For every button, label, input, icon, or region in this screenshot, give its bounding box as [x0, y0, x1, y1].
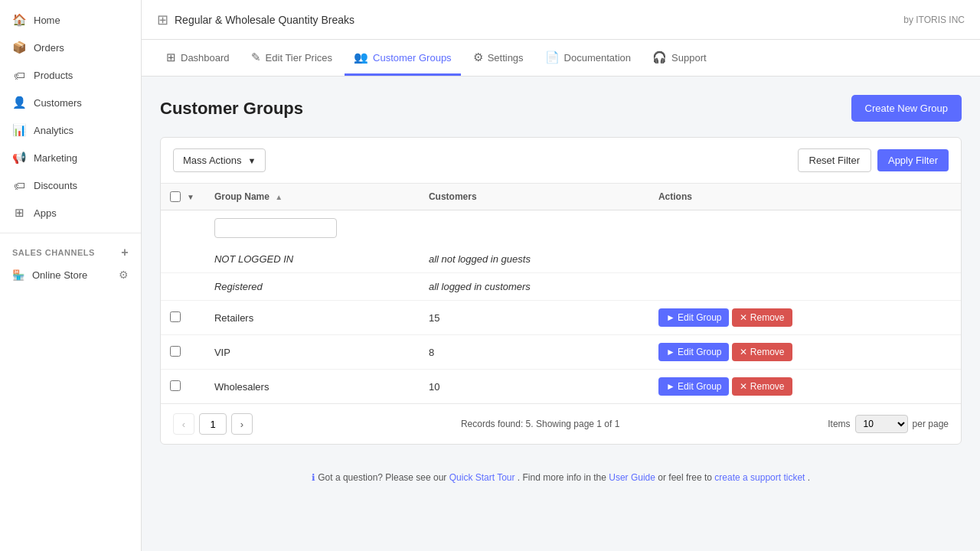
- row-group-name: VIP: [205, 335, 420, 370]
- sidebar-item-label: Products: [34, 70, 73, 81]
- tab-support-label: Support: [671, 52, 707, 64]
- customer-groups-tab-icon: 👥: [354, 51, 368, 64]
- remove-group-button[interactable]: ✕ Remove: [732, 308, 792, 327]
- tab-dashboard-label: Dashboard: [181, 52, 230, 64]
- edit-group-button[interactable]: ► Edit Group: [658, 308, 730, 327]
- marketing-icon: 📢: [12, 151, 26, 165]
- filter-row-checkbox-cell: [161, 210, 205, 246]
- sidebar-item-label: Discounts: [34, 180, 77, 191]
- row-customers: 10: [420, 370, 649, 404]
- products-icon: 🏷: [12, 68, 26, 82]
- sidebar-item-label: Marketing: [34, 152, 77, 164]
- tab-edit-tier-label: Edit Tier Prices: [266, 52, 332, 64]
- sidebar-item-label: Apps: [34, 207, 57, 219]
- th-actions: Actions: [649, 184, 961, 210]
- remove-group-button[interactable]: ✕ Remove: [732, 377, 792, 396]
- table-row: NOT LOGGED INall not logged in guests: [161, 246, 961, 273]
- sidebar-item-analytics[interactable]: 📊 Analytics: [0, 116, 141, 144]
- sidebar-item-products[interactable]: 🏷 Products: [0, 61, 141, 89]
- topbar: ⊞ Regular & Wholesale Quantity Breaks by…: [142, 0, 980, 40]
- settings-tab-icon: ⚙: [473, 51, 483, 64]
- sidebar-item-home[interactable]: 🏠 Home: [0, 6, 141, 34]
- app-logo-icon: ⊞: [157, 11, 168, 28]
- discounts-icon: 🏷: [12, 178, 26, 192]
- remove-group-button[interactable]: ✕ Remove: [732, 343, 792, 361]
- filter-left: Mass Actions ▼: [173, 148, 266, 172]
- online-store-label: Online Store: [32, 269, 87, 281]
- tab-support[interactable]: 🎧 Support: [643, 40, 716, 76]
- row-customers: all not logged in guests: [420, 246, 649, 273]
- row-checkbox[interactable]: [170, 346, 181, 357]
- row-checkbox[interactable]: [170, 380, 181, 391]
- pagination-left: ‹ ›: [173, 413, 253, 435]
- content-area: Customer Groups Create New Group Mass Ac…: [142, 77, 980, 551]
- per-page-select[interactable]: 102050100: [855, 415, 908, 433]
- sidebar-nav: 🏠 Home 📦 Orders 🏷 Products 👤 Customers 📊…: [0, 0, 141, 287]
- select-all-checkbox[interactable]: [170, 191, 181, 202]
- add-sales-channel-icon[interactable]: +: [121, 246, 129, 259]
- mass-actions-button[interactable]: Mass Actions ▼: [173, 148, 266, 172]
- apps-icon: ⊞: [12, 206, 26, 220]
- row-group-name: NOT LOGGED IN: [205, 246, 420, 273]
- row-group-name: Retailers: [205, 301, 420, 335]
- nav-tabs: ⊞ Dashboard ✎ Edit Tier Prices 👥 Custome…: [142, 40, 980, 77]
- support-tab-icon: 🎧: [652, 51, 667, 64]
- row-customers: all logged in customers: [420, 273, 649, 301]
- pagination-next-button[interactable]: ›: [231, 413, 253, 435]
- row-checkbox[interactable]: [170, 311, 181, 322]
- reset-filter-button[interactable]: Reset Filter: [798, 148, 871, 172]
- pagination-bar: ‹ › Records found: 5. Showing page 1 of …: [161, 403, 961, 444]
- table-row: Registeredall logged in customers: [161, 273, 961, 301]
- tab-dashboard[interactable]: ⊞ Dashboard: [157, 40, 239, 76]
- page-number-input[interactable]: [199, 413, 227, 435]
- select-all-dropdown-icon[interactable]: ▼: [185, 193, 196, 201]
- app-title: Regular & Wholesale Quantity Breaks: [175, 14, 354, 26]
- sidebar-item-orders[interactable]: 📦 Orders: [0, 34, 141, 61]
- group-name-search-input[interactable]: [214, 218, 337, 238]
- row-checkbox-cell: [161, 335, 205, 370]
- table-row: VIP8► Edit Group✕ Remove: [161, 335, 961, 370]
- table-row: Retailers15► Edit Group✕ Remove: [161, 301, 961, 335]
- sidebar-item-marketing[interactable]: 📢 Marketing: [0, 144, 141, 171]
- page-header: Customer Groups Create New Group: [160, 95, 962, 122]
- th-actions-label: Actions: [658, 191, 692, 202]
- table-filter-row: [161, 210, 961, 246]
- footer-text-icon: ℹ: [312, 472, 315, 483]
- create-new-group-button[interactable]: Create New Group: [851, 95, 962, 122]
- tab-settings[interactable]: ⚙ Settings: [464, 40, 533, 76]
- orders-icon: 📦: [12, 41, 26, 54]
- online-store-gear-icon[interactable]: ⚙: [119, 269, 129, 281]
- tab-customer-groups[interactable]: 👥 Customer Groups: [345, 40, 461, 76]
- th-group-name[interactable]: Group Name ▲: [205, 184, 420, 210]
- sidebar-item-label: Customers: [34, 97, 82, 109]
- row-checkbox-cell: [161, 370, 205, 404]
- per-page-label: per page: [913, 419, 949, 429]
- row-actions-cell: ► Edit Group✕ Remove: [649, 335, 961, 370]
- row-group-name: Wholesalers: [205, 370, 420, 404]
- footer-quick-start-link[interactable]: Quick Start Tour: [449, 472, 515, 483]
- pagination-prev-button[interactable]: ‹: [173, 413, 194, 435]
- tab-settings-label: Settings: [488, 52, 524, 64]
- footer-user-guide-link[interactable]: User Guide: [609, 472, 655, 483]
- dashboard-tab-icon: ⊞: [166, 51, 176, 64]
- edit-group-button[interactable]: ► Edit Group: [658, 343, 730, 361]
- sidebar-item-apps[interactable]: ⊞ Apps: [0, 199, 141, 227]
- sidebar-item-online-store[interactable]: 🏪 Online Store ⚙: [0, 262, 141, 287]
- row-actions-cell: ► Edit Group✕ Remove: [649, 370, 961, 404]
- table-card: Mass Actions ▼ Reset Filter Apply Filter: [160, 137, 962, 445]
- items-label: Items: [828, 419, 850, 429]
- tab-edit-tier-prices[interactable]: ✎ Edit Tier Prices: [242, 40, 341, 76]
- sales-channels-label: SALES CHANNELS: [12, 248, 95, 257]
- row-actions-cell: [649, 273, 961, 301]
- th-checkbox: ▼: [161, 184, 205, 210]
- tab-documentation[interactable]: 📄 Documentation: [536, 40, 640, 76]
- table-body: NOT LOGGED INall not logged in guestsReg…: [161, 246, 961, 403]
- edit-group-button[interactable]: ► Edit Group: [658, 377, 730, 396]
- filter-right: Reset Filter Apply Filter: [798, 148, 949, 172]
- apply-filter-button[interactable]: Apply Filter: [877, 149, 949, 171]
- sidebar-item-customers[interactable]: 👤 Customers: [0, 89, 141, 116]
- footer-support-ticket-link[interactable]: create a support ticket: [714, 472, 805, 483]
- filter-bar: Mass Actions ▼ Reset Filter Apply Filter: [161, 138, 961, 184]
- th-customers-label: Customers: [429, 191, 477, 202]
- sidebar-item-discounts[interactable]: 🏷 Discounts: [0, 171, 141, 199]
